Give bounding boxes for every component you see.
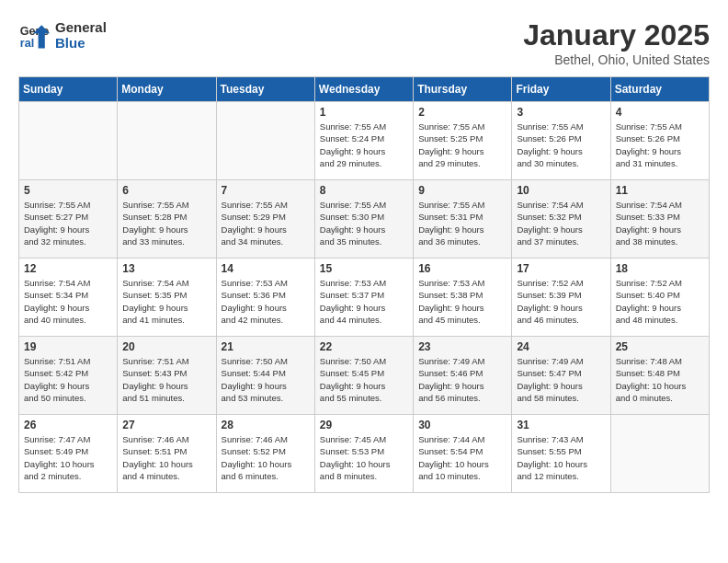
day-number: 29 bbox=[320, 419, 408, 431]
calendar-cell: 21Sunrise: 7:50 AM Sunset: 5:44 PM Dayli… bbox=[216, 337, 314, 415]
day-header-thursday: Thursday bbox=[414, 77, 512, 102]
location: Bethel, Ohio, United States bbox=[523, 52, 710, 67]
calendar-cell: 10Sunrise: 7:54 AM Sunset: 5:32 PM Dayli… bbox=[512, 180, 610, 259]
day-number: 8 bbox=[320, 184, 408, 197]
day-info: Sunrise: 7:50 AM Sunset: 5:44 PM Dayligh… bbox=[222, 355, 310, 404]
day-number: 17 bbox=[517, 262, 605, 275]
calendar-cell: 24Sunrise: 7:49 AM Sunset: 5:47 PM Dayli… bbox=[512, 337, 610, 415]
calendar-week-4: 19Sunrise: 7:51 AM Sunset: 5:42 PM Dayli… bbox=[19, 337, 710, 415]
day-info: Sunrise: 7:55 AM Sunset: 5:29 PM Dayligh… bbox=[222, 199, 310, 247]
day-number: 27 bbox=[122, 419, 210, 431]
calendar-cell: 14Sunrise: 7:53 AM Sunset: 5:36 PM Dayli… bbox=[216, 259, 314, 337]
calendar-week-5: 26Sunrise: 7:47 AM Sunset: 5:49 PM Dayli… bbox=[19, 415, 710, 493]
day-info: Sunrise: 7:55 AM Sunset: 5:24 PM Dayligh… bbox=[320, 121, 408, 169]
day-info: Sunrise: 7:55 AM Sunset: 5:27 PM Dayligh… bbox=[24, 199, 112, 247]
calendar-cell: 16Sunrise: 7:53 AM Sunset: 5:38 PM Dayli… bbox=[414, 259, 512, 337]
day-number: 12 bbox=[24, 262, 112, 275]
calendar-cell: 30Sunrise: 7:44 AM Sunset: 5:54 PM Dayli… bbox=[414, 415, 512, 493]
calendar-cell: 28Sunrise: 7:46 AM Sunset: 5:52 PM Dayli… bbox=[216, 415, 314, 493]
day-info: Sunrise: 7:46 AM Sunset: 5:51 PM Dayligh… bbox=[122, 433, 210, 482]
day-info: Sunrise: 7:52 AM Sunset: 5:40 PM Dayligh… bbox=[616, 277, 704, 326]
calendar-cell: 4Sunrise: 7:55 AM Sunset: 5:26 PM Daylig… bbox=[610, 102, 709, 180]
day-number: 31 bbox=[517, 419, 605, 431]
day-info: Sunrise: 7:55 AM Sunset: 5:31 PM Dayligh… bbox=[418, 199, 506, 247]
day-info: Sunrise: 7:54 AM Sunset: 5:35 PM Dayligh… bbox=[122, 277, 210, 326]
day-number: 23 bbox=[418, 340, 506, 353]
day-info: Sunrise: 7:54 AM Sunset: 5:32 PM Dayligh… bbox=[517, 199, 605, 247]
day-number: 20 bbox=[122, 340, 210, 353]
calendar-cell: 20Sunrise: 7:51 AM Sunset: 5:43 PM Dayli… bbox=[118, 337, 216, 415]
day-number: 24 bbox=[517, 340, 605, 353]
calendar-cell: 6Sunrise: 7:55 AM Sunset: 5:28 PM Daylig… bbox=[118, 180, 216, 259]
day-info: Sunrise: 7:45 AM Sunset: 5:53 PM Dayligh… bbox=[320, 433, 408, 482]
day-number: 10 bbox=[517, 184, 605, 197]
page-header: Gene ral General Blue January 2025 Bethe… bbox=[18, 18, 710, 67]
day-number: 3 bbox=[517, 106, 605, 119]
calendar-cell: 29Sunrise: 7:45 AM Sunset: 5:53 PM Dayli… bbox=[314, 415, 413, 493]
calendar-cell: 18Sunrise: 7:52 AM Sunset: 5:40 PM Dayli… bbox=[610, 259, 709, 337]
svg-text:ral: ral bbox=[20, 37, 34, 50]
day-number: 26 bbox=[24, 419, 112, 431]
calendar-cell: 3Sunrise: 7:55 AM Sunset: 5:26 PM Daylig… bbox=[512, 102, 610, 180]
calendar-cell: 12Sunrise: 7:54 AM Sunset: 5:34 PM Dayli… bbox=[19, 259, 118, 337]
day-info: Sunrise: 7:55 AM Sunset: 5:25 PM Dayligh… bbox=[418, 121, 506, 169]
logo: Gene ral General Blue bbox=[18, 18, 107, 52]
day-number: 2 bbox=[418, 106, 506, 119]
day-info: Sunrise: 7:55 AM Sunset: 5:26 PM Dayligh… bbox=[517, 121, 605, 169]
calendar-header-row: SundayMondayTuesdayWednesdayThursdayFrid… bbox=[19, 77, 710, 102]
day-info: Sunrise: 7:54 AM Sunset: 5:33 PM Dayligh… bbox=[616, 199, 704, 247]
day-number: 1 bbox=[320, 106, 408, 119]
calendar-week-2: 5Sunrise: 7:55 AM Sunset: 5:27 PM Daylig… bbox=[19, 180, 710, 259]
calendar-cell bbox=[216, 102, 314, 180]
day-number: 16 bbox=[418, 262, 506, 275]
calendar-cell: 8Sunrise: 7:55 AM Sunset: 5:30 PM Daylig… bbox=[314, 180, 413, 259]
calendar-cell: 15Sunrise: 7:53 AM Sunset: 5:37 PM Dayli… bbox=[314, 259, 413, 337]
day-info: Sunrise: 7:52 AM Sunset: 5:39 PM Dayligh… bbox=[517, 277, 605, 326]
day-number: 18 bbox=[616, 262, 704, 275]
day-info: Sunrise: 7:43 AM Sunset: 5:55 PM Dayligh… bbox=[517, 433, 605, 482]
day-info: Sunrise: 7:55 AM Sunset: 5:30 PM Dayligh… bbox=[320, 199, 408, 247]
day-number: 25 bbox=[616, 340, 704, 353]
day-number: 7 bbox=[222, 184, 310, 197]
day-number: 5 bbox=[24, 184, 112, 197]
day-number: 15 bbox=[320, 262, 408, 275]
calendar-cell: 25Sunrise: 7:48 AM Sunset: 5:48 PM Dayli… bbox=[610, 337, 709, 415]
day-number: 30 bbox=[418, 419, 506, 431]
day-info: Sunrise: 7:53 AM Sunset: 5:38 PM Dayligh… bbox=[418, 277, 506, 326]
calendar-cell: 23Sunrise: 7:49 AM Sunset: 5:46 PM Dayli… bbox=[414, 337, 512, 415]
day-number: 22 bbox=[320, 340, 408, 353]
day-info: Sunrise: 7:53 AM Sunset: 5:36 PM Dayligh… bbox=[222, 277, 310, 326]
calendar-cell: 19Sunrise: 7:51 AM Sunset: 5:42 PM Dayli… bbox=[19, 337, 118, 415]
day-info: Sunrise: 7:55 AM Sunset: 5:26 PM Dayligh… bbox=[616, 121, 704, 169]
calendar-cell: 9Sunrise: 7:55 AM Sunset: 5:31 PM Daylig… bbox=[414, 180, 512, 259]
day-info: Sunrise: 7:53 AM Sunset: 5:37 PM Dayligh… bbox=[320, 277, 408, 326]
calendar-cell: 13Sunrise: 7:54 AM Sunset: 5:35 PM Dayli… bbox=[118, 259, 216, 337]
calendar-cell: 11Sunrise: 7:54 AM Sunset: 5:33 PM Dayli… bbox=[610, 180, 709, 259]
logo-blue: Blue bbox=[55, 35, 107, 51]
day-number: 6 bbox=[122, 184, 210, 197]
day-number: 11 bbox=[616, 184, 704, 197]
day-info: Sunrise: 7:47 AM Sunset: 5:49 PM Dayligh… bbox=[24, 433, 112, 482]
day-header-tuesday: Tuesday bbox=[216, 77, 314, 102]
day-header-sunday: Sunday bbox=[19, 77, 118, 102]
calendar-cell: 31Sunrise: 7:43 AM Sunset: 5:55 PM Dayli… bbox=[512, 415, 610, 493]
day-info: Sunrise: 7:55 AM Sunset: 5:28 PM Dayligh… bbox=[122, 199, 210, 247]
day-number: 19 bbox=[24, 340, 112, 353]
calendar-cell: 27Sunrise: 7:46 AM Sunset: 5:51 PM Dayli… bbox=[118, 415, 216, 493]
calendar-cell: 7Sunrise: 7:55 AM Sunset: 5:29 PM Daylig… bbox=[216, 180, 314, 259]
day-header-monday: Monday bbox=[118, 77, 216, 102]
day-number: 28 bbox=[222, 419, 310, 431]
day-number: 14 bbox=[222, 262, 310, 275]
calendar-cell: 1Sunrise: 7:55 AM Sunset: 5:24 PM Daylig… bbox=[314, 102, 413, 180]
day-number: 4 bbox=[616, 106, 704, 119]
calendar-cell: 26Sunrise: 7:47 AM Sunset: 5:49 PM Dayli… bbox=[19, 415, 118, 493]
logo-icon: Gene ral bbox=[18, 18, 51, 52]
logo-general: General bbox=[55, 19, 107, 35]
calendar-cell: 17Sunrise: 7:52 AM Sunset: 5:39 PM Dayli… bbox=[512, 259, 610, 337]
calendar-cell: 2Sunrise: 7:55 AM Sunset: 5:25 PM Daylig… bbox=[414, 102, 512, 180]
day-number: 9 bbox=[418, 184, 506, 197]
calendar-cell bbox=[118, 102, 216, 180]
calendar-cell bbox=[19, 102, 118, 180]
day-info: Sunrise: 7:54 AM Sunset: 5:34 PM Dayligh… bbox=[24, 277, 112, 326]
day-number: 13 bbox=[122, 262, 210, 275]
